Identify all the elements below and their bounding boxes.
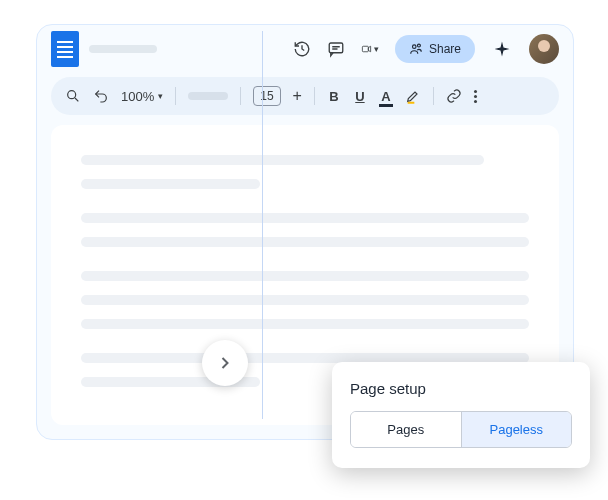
- share-button[interactable]: Share: [395, 35, 475, 63]
- separator: [314, 87, 315, 105]
- style-select-placeholder[interactable]: [188, 92, 228, 100]
- highlight-button[interactable]: [405, 88, 421, 104]
- svg-point-6: [417, 44, 420, 47]
- insert-link-button[interactable]: [446, 88, 462, 104]
- text-placeholder: [81, 295, 529, 305]
- text-placeholder: [81, 237, 529, 247]
- toolbar: 100% ▾ 15 + B U A: [51, 77, 559, 115]
- underline-button[interactable]: U: [353, 89, 367, 104]
- text-color-button[interactable]: A: [379, 89, 393, 104]
- chevron-right-icon: [215, 353, 235, 373]
- avatar[interactable]: [529, 34, 559, 64]
- popover-title: Page setup: [350, 380, 572, 397]
- page-setup-popover: Page setup Pages Pageless: [332, 362, 590, 468]
- meet-icon[interactable]: ▾: [361, 40, 379, 58]
- comment-icon[interactable]: [327, 40, 345, 58]
- undo-icon[interactable]: [93, 88, 109, 104]
- text-placeholder: [81, 155, 484, 165]
- bold-button[interactable]: B: [327, 89, 341, 104]
- page-divider-line: [262, 31, 263, 419]
- svg-point-5: [412, 45, 416, 49]
- text-placeholder: [81, 179, 260, 189]
- header-bar: ▾ Share: [37, 25, 573, 73]
- docs-logo-icon[interactable]: [51, 31, 79, 67]
- page-setup-segmented: Pages Pageless: [350, 411, 572, 448]
- svg-rect-0: [329, 43, 343, 53]
- pages-option[interactable]: Pages: [351, 412, 461, 447]
- share-label: Share: [429, 42, 461, 56]
- zoom-value: 100%: [121, 89, 154, 104]
- svg-marker-4: [368, 46, 370, 52]
- increase-font-size-button[interactable]: +: [293, 87, 302, 105]
- separator: [240, 87, 241, 105]
- text-placeholder: [81, 319, 529, 329]
- svg-rect-3: [362, 46, 368, 52]
- document-title-placeholder[interactable]: [89, 45, 157, 53]
- search-icon[interactable]: [65, 88, 81, 104]
- svg-line-8: [75, 98, 78, 101]
- pageless-option[interactable]: Pageless: [461, 412, 572, 447]
- text-placeholder: [81, 271, 529, 281]
- chevron-down-icon: ▾: [158, 91, 163, 101]
- text-placeholder: [81, 213, 529, 223]
- more-options-button[interactable]: [474, 90, 477, 103]
- header-actions: ▾ Share: [293, 34, 559, 64]
- history-icon[interactable]: [293, 40, 311, 58]
- separator: [433, 87, 434, 105]
- font-size-input[interactable]: 15: [253, 86, 280, 106]
- gemini-icon[interactable]: [491, 38, 513, 60]
- separator: [175, 87, 176, 105]
- zoom-select[interactable]: 100% ▾: [121, 89, 163, 104]
- svg-point-7: [68, 91, 76, 99]
- page-divider-handle[interactable]: [202, 340, 248, 386]
